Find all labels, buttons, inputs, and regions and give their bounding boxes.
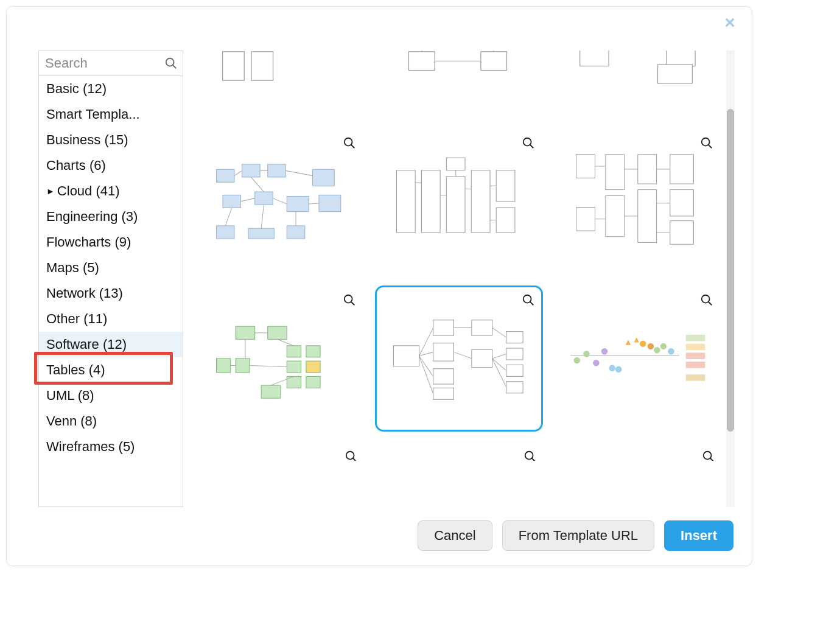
svg-rect-70 (576, 208, 595, 231)
svg-rect-112 (472, 349, 492, 367)
zoom-icon[interactable] (345, 450, 358, 461)
template-thumb[interactable] (554, 128, 721, 275)
zoom-icon[interactable] (343, 136, 356, 150)
svg-rect-32 (242, 164, 259, 177)
zoom-icon[interactable] (700, 136, 713, 150)
svg-rect-97 (261, 385, 281, 398)
svg-line-44 (285, 170, 312, 175)
template-preview (565, 51, 710, 96)
zoom-icon[interactable] (523, 450, 537, 461)
zoom-icon[interactable] (700, 293, 713, 307)
template-thumb[interactable] (197, 51, 364, 117)
search-icon[interactable] (164, 57, 178, 70)
category-item-flowcharts[interactable]: Flowcharts (9) (39, 229, 183, 255)
template-preview (388, 152, 530, 251)
template-thumb[interactable] (375, 444, 542, 461)
svg-line-128 (709, 302, 712, 306)
svg-line-86 (351, 302, 355, 306)
svg-line-48 (309, 203, 319, 204)
category-item-uml[interactable]: UML (8) (39, 383, 183, 408)
dialog-body: Basic (12) Smart Templa... Business (15)… (7, 7, 752, 507)
template-thumb[interactable] (197, 285, 364, 432)
svg-point-85 (345, 295, 352, 303)
cancel-button[interactable]: Cancel (418, 520, 492, 551)
svg-point-140 (654, 347, 660, 354)
category-item-cloud[interactable]: ►Cloud (41) (39, 178, 183, 204)
category-item-network[interactable]: Network (13) (39, 281, 183, 306)
svg-rect-88 (268, 326, 287, 339)
scrollbar-thumb[interactable] (727, 109, 734, 432)
svg-rect-144 (685, 344, 705, 351)
svg-marker-137 (634, 337, 639, 342)
zoom-icon[interactable] (702, 450, 715, 461)
template-scrollbar[interactable] (726, 51, 735, 507)
category-item-smart-templates[interactable]: Smart Templa... (39, 102, 183, 127)
category-label: Venn (8) (46, 413, 97, 429)
svg-point-130 (573, 357, 580, 364)
category-list[interactable]: Basic (12) Smart Templa... Business (15)… (39, 76, 183, 506)
category-item-tables[interactable]: Tables (4) (39, 357, 183, 383)
template-preview (387, 51, 531, 96)
template-main (192, 51, 735, 507)
template-grid-scroll[interactable] (192, 51, 726, 507)
category-item-maps[interactable]: Maps (5) (39, 255, 183, 281)
svg-line-49 (225, 208, 232, 226)
template-grid (192, 128, 726, 444)
svg-rect-75 (670, 155, 693, 184)
svg-line-30 (351, 145, 355, 149)
svg-point-127 (702, 295, 710, 303)
svg-line-101 (277, 339, 293, 346)
zoom-icon[interactable] (343, 293, 356, 307)
template-thumb[interactable] (554, 51, 721, 117)
svg-rect-111 (472, 320, 492, 335)
svg-line-126 (492, 359, 506, 387)
expand-icon[interactable]: ► (46, 186, 55, 196)
svg-rect-37 (287, 197, 309, 212)
svg-rect-58 (471, 170, 490, 233)
svg-rect-90 (236, 359, 250, 373)
category-item-engineering[interactable]: Engineering (3) (39, 204, 183, 229)
svg-line-50 (261, 205, 264, 228)
svg-point-104 (523, 295, 531, 303)
svg-line-124 (492, 354, 506, 359)
svg-line-68 (709, 145, 712, 149)
category-label: Other (11) (46, 311, 107, 327)
template-thumb[interactable] (554, 285, 721, 432)
svg-rect-28 (657, 65, 692, 83)
svg-line-47 (273, 198, 287, 204)
close-icon[interactable]: × (721, 16, 738, 33)
search-input[interactable] (39, 51, 183, 75)
category-label: Wireframes (5) (46, 439, 135, 455)
svg-point-134 (609, 365, 615, 372)
insert-button[interactable]: Insert (664, 520, 733, 551)
svg-rect-115 (506, 365, 523, 377)
template-preview (210, 309, 351, 408)
category-item-other[interactable]: Other (11) (39, 306, 183, 332)
svg-rect-71 (605, 155, 624, 190)
template-thumb[interactable] (197, 444, 364, 461)
category-item-venn[interactable]: Venn (8) (39, 408, 183, 434)
zoom-icon[interactable] (522, 293, 535, 307)
category-item-basic[interactable]: Basic (12) (39, 76, 183, 102)
svg-line-118 (419, 352, 433, 355)
svg-line-117 (419, 327, 433, 355)
category-label: Software (12) (46, 337, 127, 352)
svg-rect-114 (506, 348, 523, 360)
template-thumb[interactable] (375, 51, 542, 117)
category-item-charts[interactable]: Charts (6) (39, 153, 183, 178)
category-item-wireframes[interactable]: Wireframes (5) (39, 434, 183, 460)
template-thumb-selected[interactable] (375, 285, 542, 432)
svg-point-135 (615, 366, 621, 373)
svg-rect-27 (667, 51, 695, 66)
template-thumb[interactable] (375, 128, 542, 275)
from-template-url-button[interactable]: From Template URL (502, 520, 654, 551)
template-thumb[interactable] (554, 444, 721, 461)
category-item-business[interactable]: Business (15) (39, 127, 183, 153)
svg-point-138 (639, 341, 646, 348)
category-item-software[interactable]: Software (12) (39, 332, 183, 357)
svg-rect-145 (685, 353, 705, 360)
zoom-icon[interactable] (522, 136, 535, 150)
svg-rect-89 (216, 359, 230, 373)
template-thumb[interactable] (197, 128, 364, 275)
svg-rect-60 (496, 208, 515, 233)
